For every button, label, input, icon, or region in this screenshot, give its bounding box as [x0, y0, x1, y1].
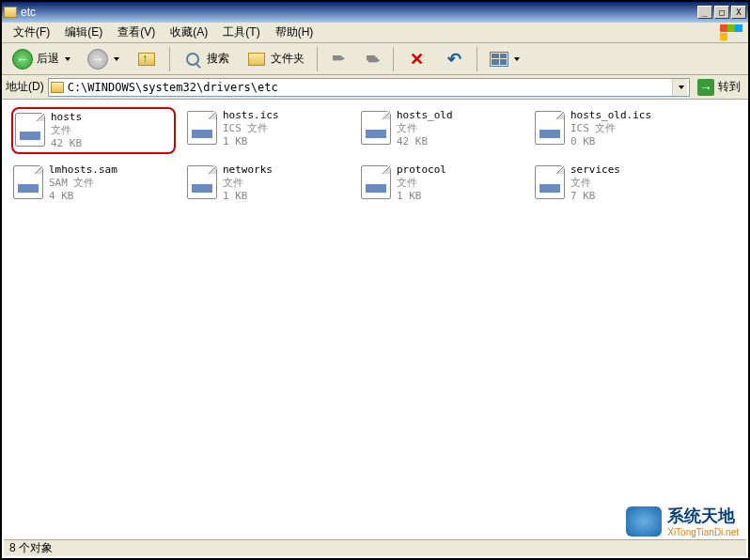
file-item[interactable]: networks 文件 1 KB [185, 162, 350, 209]
file-list: hosts 文件 42 KB hosts.ics ICS 文件 1 KB hos… [2, 100, 748, 549]
forward-button[interactable]: → [81, 46, 126, 72]
menu-bar: 文件(F) 编辑(E) 查看(V) 收藏(A) 工具(T) 帮助(H) [2, 23, 748, 43]
address-path: C:\WINDOWS\system32\drivers\etc [68, 81, 278, 94]
file-name: protocol [397, 163, 446, 177]
address-label: 地址(D) [6, 79, 44, 95]
file-item[interactable]: hosts_old 文件 42 KB [359, 107, 523, 154]
search-button[interactable]: 搜索 [176, 46, 236, 72]
document-icon [361, 111, 391, 145]
file-text: hosts_old 文件 42 KB [397, 109, 453, 148]
window-controls: _ □ X [697, 6, 746, 19]
address-bar: 地址(D) C:\WINDOWS\system32\drivers\etc → … [2, 75, 748, 100]
file-type: SAM 文件 [49, 177, 117, 190]
minimize-button[interactable]: _ [697, 6, 712, 19]
folder-icon [51, 82, 64, 93]
file-name: networks [223, 163, 273, 177]
file-type: 文件 [223, 177, 273, 190]
file-item[interactable]: hosts.ics ICS 文件 1 KB [185, 107, 350, 154]
menu-file[interactable]: 文件(F) [6, 23, 57, 42]
document-icon [187, 111, 217, 145]
up-button[interactable] [130, 46, 164, 72]
file-size: 1 KB [223, 135, 279, 148]
undo-icon: ↶ [444, 49, 464, 70]
folder-icon [4, 7, 17, 18]
file-name: lmhosts.sam [49, 163, 117, 177]
file-size: 0 KB [570, 135, 651, 148]
copy-to-button[interactable] [357, 49, 387, 70]
file-type: 文件 [397, 122, 453, 135]
delete-icon: ✕ [406, 49, 427, 70]
file-type: 文件 [570, 177, 620, 190]
forward-icon: → [87, 49, 108, 70]
back-button[interactable]: ← 后退 [6, 46, 77, 72]
go-icon: → [697, 79, 714, 96]
document-icon [13, 165, 43, 199]
back-icon: ← [12, 49, 33, 70]
status-bar: 8 个对象 [4, 539, 746, 556]
views-icon [490, 52, 508, 67]
file-size: 1 KB [397, 190, 446, 203]
chevron-down-icon [679, 86, 684, 89]
menu-favorites[interactable]: 收藏(A) [163, 23, 215, 42]
folders-button[interactable]: 文件夹 [240, 46, 311, 72]
move-to-button[interactable] [323, 49, 353, 70]
address-dropdown[interactable] [672, 79, 687, 96]
file-name: services [570, 163, 620, 177]
file-type: ICS 文件 [570, 122, 651, 135]
go-label: 转到 [718, 79, 741, 95]
file-text: lmhosts.sam SAM 文件 4 KB [49, 163, 117, 203]
file-size: 1 KB [223, 190, 273, 203]
maximize-button[interactable]: □ [714, 6, 729, 19]
title-bar: etc _ □ X [2, 2, 748, 23]
search-label: 搜索 [207, 51, 229, 67]
toolbar: ← 后退 → 搜索 文件夹 ✕ ↶ [2, 43, 748, 75]
document-icon [535, 165, 565, 199]
delete-button[interactable]: ✕ [399, 46, 433, 72]
menu-view[interactable]: 查看(V) [110, 23, 163, 42]
search-icon [186, 53, 199, 66]
watermark-icon [626, 506, 662, 537]
status-text: 8 个对象 [9, 540, 53, 556]
file-text: networks 文件 1 KB [223, 163, 273, 203]
file-text: protocol 文件 1 KB [397, 163, 446, 203]
file-name: hosts.ics [223, 109, 279, 122]
file-text: hosts_old.ics ICS 文件 0 KB [570, 109, 651, 148]
separator [317, 47, 318, 71]
copy-to-icon [364, 52, 381, 67]
file-type: 文件 [51, 124, 82, 137]
address-input[interactable]: C:\WINDOWS\system32\drivers\etc [48, 78, 690, 97]
file-item[interactable]: lmhosts.sam SAM 文件 4 KB [11, 162, 176, 209]
document-icon [535, 111, 565, 145]
folders-label: 文件夹 [271, 51, 305, 67]
menu-help[interactable]: 帮助(H) [268, 23, 321, 42]
file-text: hosts 文件 42 KB [51, 111, 82, 150]
close-button[interactable]: X [731, 6, 746, 19]
watermark-text-zh: 系统天地 [667, 505, 739, 527]
file-name: hosts_old.ics [570, 109, 651, 122]
file-type: 文件 [397, 177, 446, 190]
document-icon [15, 113, 45, 147]
file-item[interactable]: hosts_old.ics ICS 文件 0 KB [533, 107, 697, 154]
file-type: ICS 文件 [223, 122, 279, 135]
file-name: hosts_old [397, 109, 453, 122]
move-to-icon [330, 52, 347, 67]
watermark: 系统天地 XiTongTianDi.net [626, 505, 739, 537]
window-title: etc [21, 6, 697, 19]
undo-button[interactable]: ↶ [437, 46, 471, 72]
document-icon [361, 165, 391, 199]
menu-edit[interactable]: 编辑(E) [57, 23, 110, 42]
file-text: services 文件 7 KB [570, 163, 620, 203]
separator [477, 47, 477, 71]
go-button[interactable]: → 转到 [694, 79, 744, 96]
file-item[interactable]: services 文件 7 KB [533, 162, 697, 209]
file-item[interactable]: protocol 文件 1 KB [359, 162, 523, 209]
menu-tools[interactable]: 工具(T) [215, 23, 267, 42]
file-size: 7 KB [570, 190, 620, 203]
separator [169, 47, 170, 71]
views-button[interactable] [483, 49, 526, 70]
file-size: 4 KB [49, 190, 117, 203]
chevron-down-icon [514, 57, 520, 61]
folder-up-icon [138, 53, 155, 66]
windows-logo-icon [720, 24, 742, 41]
file-item[interactable]: hosts 文件 42 KB [11, 107, 176, 154]
